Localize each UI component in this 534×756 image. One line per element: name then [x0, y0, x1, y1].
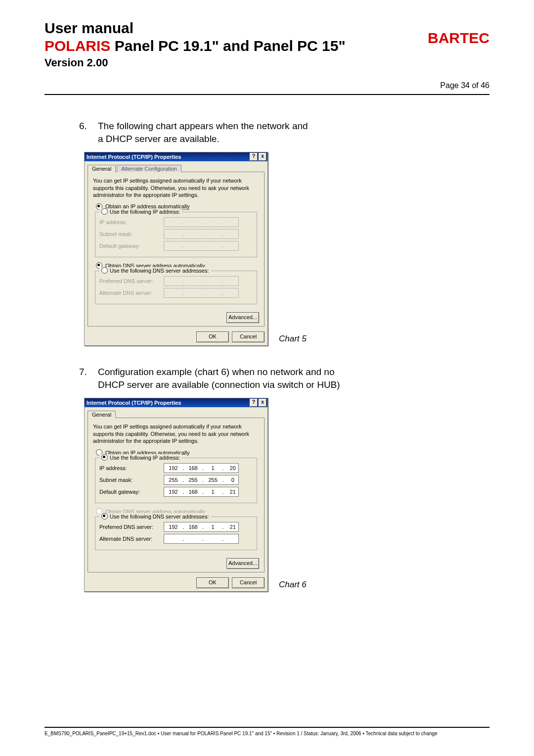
- chart5-caption: Chart 5: [268, 334, 307, 346]
- advanced-button[interactable]: Advanced...: [226, 312, 259, 323]
- brand-logo: BARTEC: [428, 20, 490, 47]
- dialog-title: Internet Protocol (TCP/IP) Properties: [87, 154, 181, 160]
- cancel-button[interactable]: Cancel: [232, 577, 265, 588]
- radio-icon: [101, 267, 108, 274]
- tab-alternate[interactable]: Alternate Configuration: [117, 165, 181, 172]
- ok-button[interactable]: OK: [196, 577, 229, 588]
- dialog-description: You can get IP settings assigned automat…: [93, 423, 259, 444]
- tab-general[interactable]: General: [88, 411, 116, 418]
- tcpip-dialog-chart6: Internet Protocol (TCP/IP) Properties ? …: [84, 398, 268, 592]
- product-title: POLARIS Panel PC 19.1" and Panel PC 15": [44, 38, 428, 54]
- step-6: 6. The following chart appears when the …: [79, 120, 490, 145]
- ok-button[interactable]: OK: [196, 331, 229, 342]
- page-number: Page 34 of 46: [428, 47, 490, 90]
- help-button[interactable]: ?: [250, 399, 258, 407]
- label-adns: Alternate DNS server:: [99, 536, 164, 542]
- dialog-titlebar[interactable]: Internet Protocol (TCP/IP) Properties ? …: [85, 152, 267, 161]
- radio-icon: [101, 208, 108, 215]
- gateway-input[interactable]: ...: [164, 487, 239, 497]
- label-ip: IP address:: [99, 465, 164, 471]
- radio-use-following-ip[interactable]: Use the following IP address:: [99, 454, 182, 461]
- radio-icon: [101, 513, 108, 520]
- label-mask: Subnet mask:: [99, 477, 164, 483]
- radio-icon: [101, 454, 108, 461]
- dialog-title: Internet Protocol (TCP/IP) Properties: [87, 400, 181, 406]
- alternate-dns-input[interactable]: ...: [164, 534, 239, 544]
- radio-use-following-dns[interactable]: Use the following DNS server addresses:: [99, 267, 211, 274]
- ip-address-input: ...: [164, 217, 239, 227]
- tcpip-dialog-chart5: Internet Protocol (TCP/IP) Properties ? …: [84, 152, 268, 346]
- gateway-input: ...: [164, 241, 239, 251]
- label-gw: Default gateway:: [99, 489, 164, 495]
- dialog-titlebar[interactable]: Internet Protocol (TCP/IP) Properties ? …: [85, 398, 267, 407]
- preferred-dns-input: ...: [164, 276, 239, 286]
- label-adns: Alternate DNS server:: [99, 290, 164, 296]
- close-button[interactable]: x: [259, 153, 267, 161]
- tab-general[interactable]: General: [88, 165, 116, 172]
- advanced-button[interactable]: Advanced...: [226, 558, 259, 569]
- close-button[interactable]: x: [259, 399, 267, 407]
- label-pdns: Preferred DNS server:: [99, 524, 164, 530]
- radio-use-following-ip[interactable]: Use the following IP address:: [99, 208, 182, 215]
- step-text: The following chart appears when the net…: [98, 120, 490, 145]
- label-mask: Subnet mask:: [99, 231, 164, 237]
- step-num: 6.: [79, 120, 98, 145]
- footer-text: E_BMS790_POLARIS_PanelPC_19+15_Rev1.doc …: [44, 731, 490, 736]
- page-header: User manual POLARIS Panel PC 19.1" and P…: [44, 20, 490, 90]
- subnet-mask-input: ...: [164, 229, 239, 239]
- subnet-mask-input[interactable]: ...: [164, 475, 239, 485]
- step-text: Configuration example (chart 6) when no …: [98, 366, 490, 391]
- version-text: Version 2.00: [44, 56, 428, 69]
- preferred-dns-input[interactable]: ...: [164, 522, 239, 532]
- dialog-description: You can get IP settings assigned automat…: [93, 177, 259, 198]
- alternate-dns-input: ...: [164, 288, 239, 298]
- label-ip: IP address:: [99, 219, 164, 225]
- label-pdns: Preferred DNS server:: [99, 278, 164, 284]
- label-gw: Default gateway:: [99, 243, 164, 249]
- radio-use-following-dns[interactable]: Use the following DNS server addresses:: [99, 513, 211, 520]
- cancel-button[interactable]: Cancel: [232, 331, 265, 342]
- help-button[interactable]: ?: [250, 153, 258, 161]
- manual-title: User manual: [44, 20, 428, 37]
- page-footer: E_BMS790_POLARIS_PanelPC_19+15_Rev1.doc …: [44, 727, 490, 736]
- step-num: 7.: [79, 366, 98, 391]
- step-7: 7. Configuration example (chart 6) when …: [79, 366, 490, 391]
- chart6-caption: Chart 6: [268, 580, 307, 592]
- ip-address-input[interactable]: ...: [164, 463, 239, 473]
